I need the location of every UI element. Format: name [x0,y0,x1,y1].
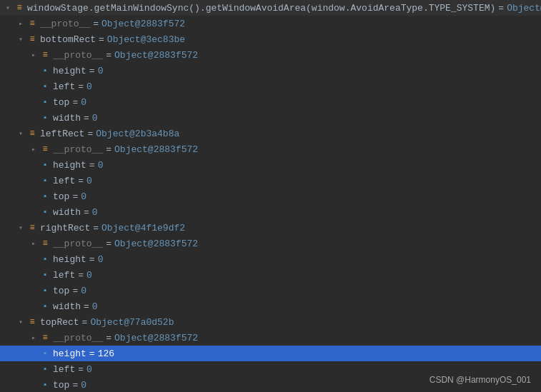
object-field-icon [27,317,37,327]
collapse-arrow-icon[interactable] [16,223,26,233]
field-value: Object@137bd315 [507,3,541,14]
key-name: left [53,270,75,281]
key-name: rightRect [40,223,90,233]
key-name: __proto__ [53,144,103,155]
field-value: 0 [98,160,104,171]
collapse-arrow-icon[interactable] [3,3,13,13]
field-value: 0 [86,176,92,186]
tree-row[interactable]: width = 0 [0,298,541,314]
key-name: top [53,97,69,108]
equals-sign: = [78,176,84,186]
field-value: 0 [81,97,86,108]
key-name: top [53,380,69,391]
tree-row[interactable]: windowStage.getMainWindowSync().getWindo… [0,0,541,16]
key-name: __proto__ [53,50,103,61]
key-name: bottomRect [40,34,96,45]
key-name: __proto__ [53,333,103,343]
collapse-arrow-icon[interactable] [16,129,26,139]
primitive-field-icon [40,364,50,374]
leaf-icon [29,380,39,390]
tree-row[interactable]: __proto__ = Object@2883f572 [0,47,541,63]
field-value: 126 [98,348,114,359]
key-name: left [53,176,75,186]
tree-row[interactable]: top = 0 [0,94,541,110]
primitive-field-icon [40,160,50,170]
equals-sign: = [72,286,78,296]
equals-sign: = [82,317,88,328]
tree-row[interactable]: __proto__ = Object@2883f572 [0,236,541,251]
leaf-icon [29,81,39,91]
equals-sign: = [89,254,95,265]
expand-arrow-icon[interactable] [29,238,39,248]
tree-row[interactable]: left = 0 [0,79,541,94]
expand-arrow-icon[interactable] [29,333,39,343]
key-name: width [53,113,81,124]
key-name: height [53,254,86,265]
key-name: top [53,191,69,202]
primitive-field-icon [40,97,50,107]
key-name: height [53,66,86,76]
key-name: top [53,286,69,296]
field-value: 0 [81,191,86,202]
equals-sign: = [93,19,99,29]
tree-row[interactable]: height = 0 [0,157,541,173]
equals-sign: = [78,81,84,92]
key-name: left [53,364,75,375]
expand-arrow-icon[interactable] [29,144,39,154]
field-value: Object@2883f572 [101,19,185,29]
leaf-icon [29,270,39,280]
tree-row[interactable]: top = 0 [0,189,541,204]
expand-arrow-icon[interactable] [16,19,26,29]
leaf-icon [29,160,39,170]
equals-sign: = [106,50,111,61]
object-field-icon [40,144,50,154]
leaf-icon [29,348,39,358]
debug-tree[interactable]: windowStage.getMainWindowSync().getWindo… [0,0,541,392]
field-value: 0 [98,254,104,265]
tree-row[interactable]: __proto__ = Object@2883f572 [0,330,541,346]
tree-row[interactable]: topRect = Object@77a0d52b [0,314,541,330]
field-value: 0 [81,286,86,296]
tree-row[interactable]: height = 126 [0,346,541,361]
collapse-arrow-icon[interactable] [16,34,26,44]
field-value: 0 [86,81,92,92]
key-name: leftRect [40,129,84,139]
tree-row[interactable]: width = 0 [0,110,541,126]
equals-sign: = [93,223,99,233]
tree-row[interactable]: left = 0 [0,173,541,189]
equals-sign: = [99,34,104,45]
primitive-field-icon [40,191,50,201]
object-field-icon [27,129,37,139]
key-name: topRect [40,317,79,328]
equals-sign: = [498,3,504,14]
primitive-field-icon [40,254,50,264]
object-field-icon [14,3,24,13]
key-name: left [53,81,75,92]
equals-sign: = [87,129,93,139]
equals-sign: = [106,144,111,155]
field-value: Object@77a0d52b [90,317,174,328]
tree-row[interactable]: __proto__ = Object@2883f572 [0,16,541,31]
primitive-field-icon [40,113,50,123]
equals-sign: = [89,66,95,76]
object-field-icon [40,50,50,60]
key-name: __proto__ [40,19,90,29]
tree-row[interactable]: top = 0 [0,283,541,298]
tree-row[interactable]: leftRect = Object@2b3a4b8a [0,126,541,141]
collapse-arrow-icon[interactable] [16,317,26,327]
expand-arrow-icon[interactable] [29,50,39,60]
equals-sign: = [84,301,89,312]
leaf-icon [29,254,39,264]
tree-row[interactable]: width = 0 [0,204,541,220]
field-value: Object@2883f572 [114,238,198,249]
field-value: 0 [92,207,98,218]
tree-row[interactable]: height = 0 [0,251,541,267]
tree-row[interactable]: left = 0 [0,267,541,283]
tree-row[interactable]: height = 0 [0,63,541,79]
tree-row[interactable]: __proto__ = Object@2883f572 [0,141,541,157]
tree-row[interactable]: bottomRect = Object@3ec83be [0,31,541,47]
tree-row[interactable]: rightRect = Object@4f1e9df2 [0,220,541,236]
equals-sign: = [89,160,95,171]
object-field-icon [40,238,50,248]
equals-sign: = [89,348,95,359]
